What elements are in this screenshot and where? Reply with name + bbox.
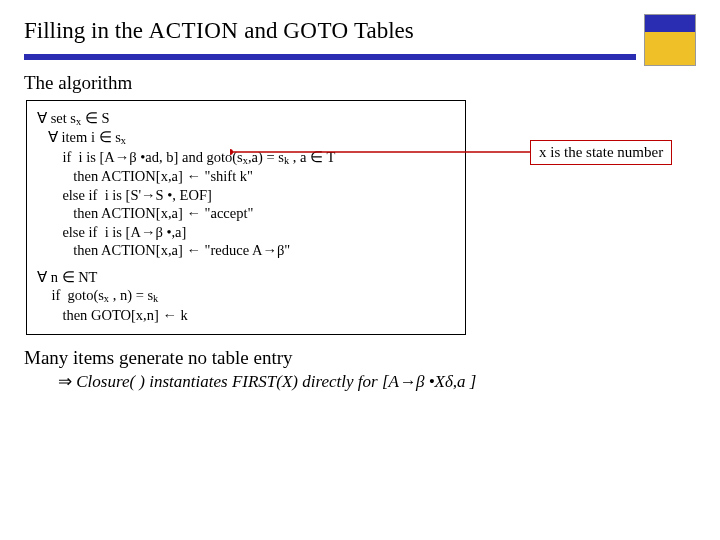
algo-block-2: ∀ n ∈ NT if goto(sx , n) = sk then GOTO[… bbox=[37, 268, 455, 324]
algo-line: then ACTION[x,a] ← "shift k" bbox=[37, 167, 455, 186]
title-block: Filling in the ACTION and GOTO Tables bbox=[24, 18, 636, 68]
algo-line: ∀ set sx ∈ S bbox=[37, 109, 455, 128]
title-kw-goto: GOTO bbox=[283, 18, 348, 43]
title-mid: and bbox=[238, 18, 283, 43]
title-post: Tables bbox=[349, 18, 414, 43]
algo-line: ∀ item i ∈ sx bbox=[37, 128, 455, 147]
arrow-icon: ⇒ bbox=[58, 372, 72, 391]
title-underline bbox=[24, 54, 636, 60]
algorithm-box: ∀ set sx ∈ S ∀ item i ∈ sx if i is [A→β … bbox=[26, 100, 466, 335]
footer-main: Many items generate no table entry bbox=[24, 347, 696, 369]
algo-line: if i is [A→β •ad, b] and goto(sx,a) = sk… bbox=[37, 148, 455, 167]
university-logo bbox=[644, 14, 696, 66]
algo-line: if goto(sx , n) = sk bbox=[37, 286, 455, 305]
algo-line: then ACTION[x,a] ← "reduce A→β" bbox=[37, 241, 455, 260]
algo-line: then ACTION[x,a] ← "accept" bbox=[37, 204, 455, 223]
title-kw-action: ACTION bbox=[149, 18, 239, 43]
algorithm-heading: The algorithm bbox=[24, 72, 696, 94]
slide-title: Filling in the ACTION and GOTO Tables bbox=[24, 18, 636, 50]
footer-sub-pre: Closure( ) instantiates FIRST(X) directl… bbox=[76, 372, 399, 391]
algo-line: ∀ n ∈ NT bbox=[37, 268, 455, 287]
annotation-state-number: x is the state number bbox=[530, 140, 672, 165]
algo-line: else if i is [A→β •,a] bbox=[37, 223, 455, 242]
footer-sub-post: •Xδ,a ] bbox=[424, 372, 476, 391]
title-row: Filling in the ACTION and GOTO Tables bbox=[24, 18, 696, 68]
footer-sub: ⇒ Closure( ) instantiates FIRST(X) direc… bbox=[58, 371, 696, 392]
title-pre: Filling in the bbox=[24, 18, 149, 43]
algo-line: else if i is [S'→S •, EOF] bbox=[37, 186, 455, 205]
algo-line: then GOTO[x,n] ← k bbox=[37, 306, 455, 325]
